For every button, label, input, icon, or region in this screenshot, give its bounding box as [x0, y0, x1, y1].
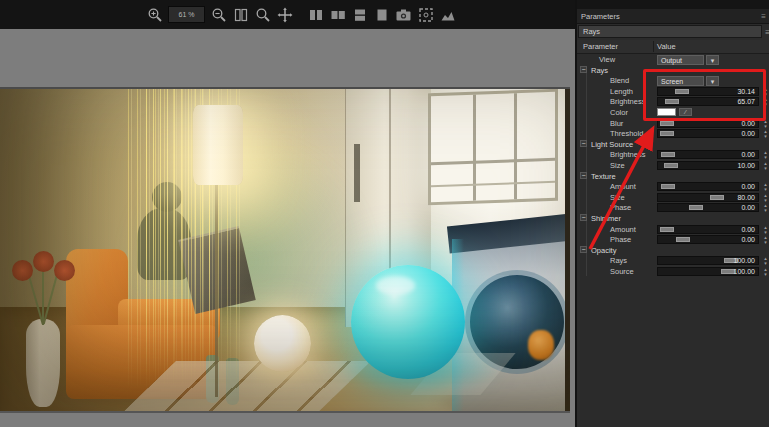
- slider-value: 80.00: [737, 194, 755, 202]
- spinner-icon[interactable]: ▴▾: [761, 267, 769, 276]
- slider-handle[interactable]: [661, 152, 675, 157]
- spinner-icon[interactable]: ▴▾: [761, 225, 769, 234]
- slider-value: 100.00: [734, 268, 755, 276]
- collapse-toggle[interactable]: −: [580, 246, 587, 253]
- laundry-item: [528, 330, 554, 360]
- red-flower: [54, 260, 75, 281]
- snapshot-icon[interactable]: [395, 6, 412, 24]
- selector-icon[interactable]: ≡: [765, 27, 769, 39]
- chevron-down-icon[interactable]: ▾: [706, 55, 719, 65]
- collapse-toggle[interactable]: −: [580, 214, 587, 221]
- spinner-icon[interactable]: ▴▾: [761, 150, 769, 159]
- blend-dropdown[interactable]: Screen: [657, 76, 704, 86]
- spinner-icon[interactable]: ▴▾: [761, 182, 769, 191]
- param-label: View: [599, 54, 615, 65]
- cyan-glowing-sphere: [351, 265, 465, 379]
- tex-phase-slider[interactable]: 0.00: [657, 203, 759, 212]
- slider-handle[interactable]: [676, 237, 690, 242]
- magnify-icon[interactable]: [254, 6, 271, 24]
- length-slider[interactable]: 30.14: [657, 87, 759, 96]
- slider-handle[interactable]: [675, 89, 689, 94]
- effect-selector[interactable]: Rays ≡: [578, 25, 762, 38]
- param-label: Brightness: [610, 96, 645, 107]
- tex-size-slider[interactable]: 80.00: [657, 193, 759, 202]
- slider-handle[interactable]: [689, 205, 703, 210]
- panel-title: Parameters ≡: [577, 9, 769, 24]
- color-swatch[interactable]: [657, 108, 676, 116]
- pan-icon[interactable]: [276, 6, 293, 24]
- slider-value: 0.00: [741, 226, 755, 234]
- render-viewport[interactable]: [0, 87, 570, 413]
- white-glowing-sphere: [254, 315, 311, 372]
- threshold-slider[interactable]: 0.00: [657, 129, 759, 138]
- spinner-icon[interactable]: ▴▾: [761, 161, 769, 170]
- param-row-shim-phase: Phase 0.00 ▴▾: [577, 234, 769, 245]
- fit-pages-icon[interactable]: [232, 6, 249, 24]
- param-row-ls-brightness: Brightness 0.00 ▴▾: [577, 149, 769, 160]
- column-value: Value: [657, 40, 676, 53]
- parameters-panel: Parameters ≡ Rays ≡ Parameter Value View…: [575, 0, 769, 427]
- single-view-icon[interactable]: [373, 6, 390, 24]
- param-label: Blend: [610, 75, 629, 86]
- spinner-icon[interactable]: ▴▾: [761, 129, 769, 138]
- slider-handle[interactable]: [660, 131, 674, 136]
- lamp-pole: [215, 185, 218, 397]
- zoom-in-icon[interactable]: [146, 6, 163, 24]
- param-label: Phase: [610, 234, 631, 245]
- window-muntin: [431, 158, 555, 165]
- histogram-icon[interactable]: [439, 6, 456, 24]
- param-label: Size: [610, 160, 625, 171]
- slider-handle[interactable]: [660, 121, 674, 126]
- split-vertical-icon[interactable]: [307, 6, 324, 24]
- chevron-down-icon[interactable]: ▾: [706, 76, 719, 86]
- spinner-icon[interactable]: ▴▾: [761, 87, 769, 96]
- region-select-icon[interactable]: [417, 6, 434, 24]
- brightness-slider[interactable]: 65.07: [657, 97, 759, 106]
- spinner-icon[interactable]: ▴▾: [761, 97, 769, 106]
- color-picker-icon[interactable]: ∕: [679, 108, 692, 116]
- param-row-op-source: Source 100.00 ▴▾: [577, 266, 769, 277]
- zoom-out-icon[interactable]: [210, 6, 227, 24]
- param-label: Brightness: [610, 149, 645, 160]
- viewport-toolbar: [0, 0, 575, 29]
- blur-slider[interactable]: 0.00: [657, 119, 759, 128]
- slider-value: 0.00: [741, 151, 755, 159]
- param-label: Threshold: [610, 128, 643, 139]
- tex-amount-slider[interactable]: 0.00: [657, 182, 759, 191]
- spinner-icon[interactable]: ▴▾: [761, 256, 769, 265]
- ls-brightness-slider[interactable]: 0.00: [657, 150, 759, 159]
- op-source-slider[interactable]: 100.00: [657, 267, 759, 276]
- spinner-icon[interactable]: ▴▾: [761, 193, 769, 202]
- ls-size-slider[interactable]: 10.00: [657, 161, 759, 170]
- spinner-icon[interactable]: ▴▾: [761, 203, 769, 212]
- stacked-view-icon[interactable]: [351, 6, 368, 24]
- param-row-view: View Output ▾: [577, 54, 769, 65]
- slider-handle[interactable]: [660, 227, 674, 232]
- effect-selector-label: Rays: [583, 27, 600, 36]
- collapse-toggle[interactable]: −: [580, 140, 587, 147]
- shim-phase-slider[interactable]: 0.00: [657, 235, 759, 244]
- slider-handle[interactable]: [661, 184, 675, 189]
- param-label: Amount: [610, 181, 636, 192]
- slider-value: 10.00: [737, 162, 755, 170]
- slider-handle[interactable]: [710, 195, 724, 200]
- spinner-icon[interactable]: ▴▾: [761, 235, 769, 244]
- slider-handle[interactable]: [664, 163, 678, 168]
- column-divider: [653, 41, 654, 52]
- zoom-level-field[interactable]: [168, 6, 205, 23]
- op-rays-slider[interactable]: 100.00: [657, 256, 759, 265]
- image-edge: [565, 89, 570, 411]
- param-row-tex-phase: Phase 0.00 ▴▾: [577, 202, 769, 213]
- slider-handle[interactable]: [665, 99, 679, 104]
- collapse-toggle[interactable]: −: [580, 172, 587, 179]
- param-group-shimmer: − Shimmer: [577, 213, 769, 224]
- param-label: Source: [610, 266, 634, 277]
- collapse-toggle[interactable]: −: [580, 66, 587, 73]
- slider-value: 0.00: [741, 183, 755, 191]
- spinner-icon[interactable]: ▴▾: [761, 119, 769, 128]
- shim-amount-slider[interactable]: 0.00: [657, 225, 759, 234]
- param-row-op-rays: Rays 100.00 ▴▾: [577, 255, 769, 266]
- split-horizontal-icon[interactable]: [329, 6, 346, 24]
- view-dropdown[interactable]: Output: [657, 55, 704, 65]
- panel-menu-icon[interactable]: ≡: [761, 9, 766, 24]
